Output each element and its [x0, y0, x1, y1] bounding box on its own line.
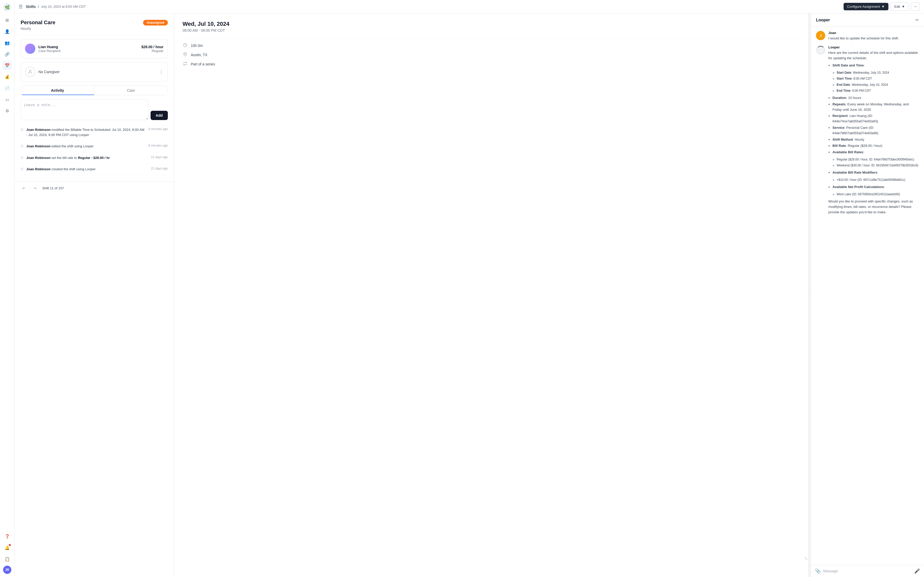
sidebar-item-home[interactable]: ⊞	[3, 15, 12, 25]
sidebar-bottom: ❓ 🔔 📋 JR	[3, 532, 12, 574]
divider	[183, 39, 800, 39]
mic-icon[interactable]: 🎤	[914, 568, 920, 574]
recipient-card: Lian Huang Care Recipient $28.00 / hour …	[21, 39, 168, 58]
resize-handle[interactable]: ⋮	[809, 13, 811, 577]
shift-details-list: Shift Date and Time: Start Date: Wednesd…	[832, 63, 919, 197]
shift-billing-type: Hourly	[21, 27, 31, 31]
activity-dot	[21, 128, 23, 131]
next-shift-button[interactable]: →	[31, 184, 38, 192]
message-joan: J Joan I would like to update the schedu…	[816, 31, 919, 41]
activity-user: Joan Robinson	[26, 156, 50, 160]
recipient-avatar	[25, 44, 36, 54]
chat-input-area: 📎 🎤	[811, 565, 924, 577]
shift-date: Wed, Jul 10, 2024	[183, 21, 800, 27]
breadcrumb: Shifts / July 10, 2024 at 8:00 AM CDT	[26, 5, 86, 9]
activity-highlight: Regular - $28.00 / hr	[78, 156, 110, 160]
recipient-role: Care Recipient	[39, 49, 61, 53]
sidebar-item-feedback[interactable]: 📋	[3, 554, 12, 564]
configure-assignment-button[interactable]: Configure Assignment ▼	[843, 3, 888, 10]
sidebar-item-users[interactable]: 👥	[3, 38, 12, 47]
content-area: Personal Care Unassigned Hourly Lian Hua…	[15, 13, 924, 577]
tab-activity[interactable]: Activity	[21, 86, 94, 95]
message-text-looper: Here are the current details of the shif…	[828, 50, 919, 215]
duration-row: 10h 0m	[183, 43, 800, 48]
tab-care[interactable]: Care	[94, 86, 168, 95]
activity-time: 21 days ago	[151, 167, 168, 170]
caregiver-name: No Caregiver	[39, 70, 60, 74]
calendar-icon: 📅	[5, 63, 10, 68]
sidebar-item-person[interactable]: 👤	[3, 27, 12, 36]
person-icon: 👤	[5, 29, 10, 34]
sidebar-item-apps[interactable]: ⚏	[3, 95, 12, 104]
apps-icon: ⚏	[5, 97, 9, 102]
sidebar-item-settings[interactable]: ⚙	[3, 106, 12, 115]
activity-user: Joan Robinson	[26, 144, 50, 148]
sidebar-item-help[interactable]: ❓	[3, 532, 12, 541]
sidebar-item-network[interactable]: 🔗	[3, 50, 12, 59]
activity-time: 8 minutes ago	[149, 144, 168, 147]
sidebar-item-billing[interactable]: 💰	[3, 72, 12, 81]
attach-icon[interactable]: 📎	[815, 568, 821, 574]
feedback-icon: 📋	[5, 557, 10, 562]
activity-time: 21 days ago	[151, 155, 168, 159]
activity-user: Joan Robinson	[26, 167, 50, 171]
chat-title: Looper	[816, 18, 830, 23]
sidebar-logo: 🌿	[3, 3, 11, 11]
shift-counter: Shift 11 of 157	[42, 186, 64, 190]
collapse-icon: ⤡	[804, 556, 808, 561]
sidebar-item-calendar[interactable]: 📅	[3, 61, 12, 70]
list-item: Joan Robinson edited the shift using Loo…	[21, 141, 168, 152]
edit-button[interactable]: Edit ▼	[890, 3, 909, 11]
loading-spinner	[816, 46, 825, 54]
add-note-button[interactable]: Add	[150, 111, 168, 120]
sidebar-item-documents[interactable]: 📄	[3, 84, 12, 93]
caregiver-options-button[interactable]: ⋮	[159, 69, 163, 75]
list-item: Joan Robinson set the bill rate to Regul…	[21, 152, 168, 164]
breadcrumb-root[interactable]: Shifts	[26, 5, 36, 9]
shift-header: Personal Care Unassigned Hourly	[15, 13, 174, 35]
sidebar: 🌿 ⊞ 👤 👥 🔗 📅 💰 📄 ⚏ ⚙ ❓ 🔔 📋 JR	[0, 0, 15, 577]
recipient-rate-type: Regular	[141, 49, 163, 53]
message-input[interactable]	[823, 569, 912, 573]
chevron-down-icon: ▼	[901, 5, 905, 8]
billing-icon: 💰	[5, 74, 10, 79]
activity-user: Joan Robinson	[26, 128, 50, 132]
network-icon: 🔗	[5, 52, 10, 56]
svg-point-2	[184, 53, 186, 55]
home-icon: ⊞	[5, 18, 9, 23]
collapse-button[interactable]: ⤡	[802, 554, 809, 562]
topbar-actions: Configure Assignment ▼ Edit ▼ ⋯	[843, 3, 920, 11]
activity-list: Joan Robinson modified the Billable Time…	[15, 124, 174, 181]
activity-action: edited the shift using Looper	[52, 144, 94, 148]
activity-action: set the bill rate to	[52, 156, 78, 160]
documents-icon: 📄	[5, 86, 10, 91]
help-icon: ❓	[5, 534, 10, 539]
logo-icon: 🌿	[5, 5, 10, 10]
note-input[interactable]	[21, 100, 149, 120]
more-options-button[interactable]: ⋯	[911, 3, 920, 11]
note-area: Add	[21, 100, 168, 120]
location-icon	[183, 52, 188, 58]
caregiver-avatar	[25, 67, 36, 77]
message-sender-looper: Looper	[828, 45, 919, 49]
chat-panel: Looper ✏ J Joan I would like to update t…	[811, 13, 924, 577]
sidebar-item-notifications[interactable]: 🔔	[3, 543, 12, 552]
message-text-joan: I would like to update the schedule for …	[828, 36, 919, 41]
avatar[interactable]: JR	[3, 566, 11, 574]
notifications-icon: 🔔	[5, 545, 10, 550]
breadcrumb-separator: /	[38, 5, 39, 9]
chevron-down-icon: ▼	[882, 5, 885, 8]
bottom-bar: ← → Shift 11 of 157	[15, 181, 174, 195]
notification-badge	[9, 544, 11, 546]
topbar: ☰ Shifts / July 10, 2024 at 8:00 AM CDT …	[15, 0, 924, 13]
svg-point-0	[29, 70, 31, 72]
prev-shift-button[interactable]: ←	[21, 184, 27, 192]
activity-time: 8 minutes ago	[149, 127, 168, 131]
tabs: Activity Care	[21, 85, 168, 95]
more-icon: ⋯	[914, 5, 917, 8]
users-icon: 👥	[5, 40, 10, 45]
looper-avatar	[816, 45, 825, 55]
joan-avatar: J	[816, 31, 825, 40]
menu-icon[interactable]: ☰	[19, 4, 23, 10]
edit-icon[interactable]: ✏	[916, 18, 919, 23]
